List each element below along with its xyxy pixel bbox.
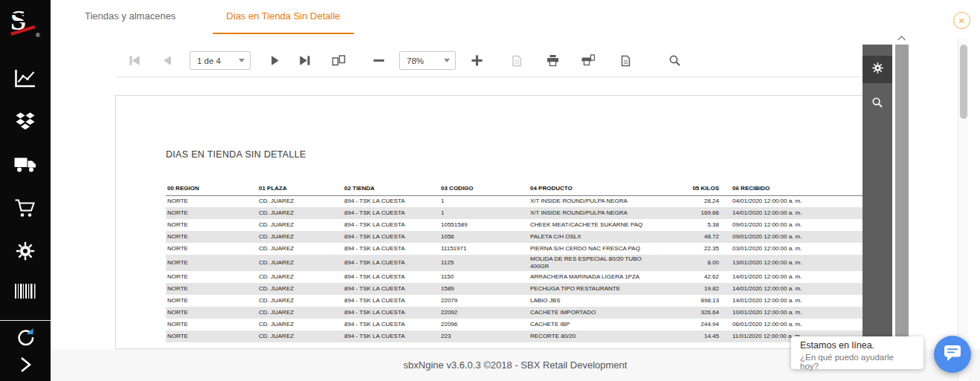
table-cell: 894 - TSK LA CUESTA (343, 330, 439, 342)
sidebar-item-expand[interactable] (17, 355, 33, 377)
table-cell: 894 - TSK LA CUESTA (343, 243, 439, 255)
table-row: NORTECD. JUAREZ894 - TSK LA CUESTA22096C… (166, 319, 863, 330)
zoom-in-button[interactable] (468, 51, 486, 71)
viewer-scrollbar-thumb[interactable] (895, 45, 909, 348)
export-document-button[interactable] (508, 51, 526, 71)
table-cell: NORTE (166, 271, 257, 283)
table-cell: 8.00 (686, 255, 721, 271)
table-cell: 1589 (439, 283, 529, 295)
table-cell: 898.13 (686, 295, 721, 307)
chat-button[interactable] (934, 336, 971, 373)
print-button[interactable] (544, 51, 561, 71)
table-cell: CHEEK MEAT/CACHETE SUKARNE PAQ (529, 219, 686, 231)
table-cell: 244.94 (686, 319, 721, 330)
table-cell: 169.66 (686, 207, 721, 219)
next-page-icon (269, 55, 280, 66)
scroll-up-caret[interactable] (897, 31, 906, 45)
parameters-button[interactable] (863, 56, 892, 83)
table-cell: 22.35 (686, 243, 721, 255)
table-cell: CD. JUAREZ (257, 219, 343, 231)
viewer-side-panel (863, 45, 892, 349)
chat-bubble-icon (944, 345, 961, 365)
table-cell: NORTE (166, 283, 257, 295)
table-cell: CD. JUAREZ (257, 307, 343, 319)
sidebar-item-settings[interactable] (15, 241, 36, 264)
report-toolbar: 1 de 4 78% (115, 45, 863, 77)
previous-page-button[interactable] (158, 51, 176, 71)
tab-dias-en-tienda-sin-detalle[interactable]: Dias en Tienda Sin Detalle (213, 0, 353, 34)
table-row: NORTECD. JUAREZ894 - TSK LA CUESTA111519… (166, 243, 863, 255)
table-cell: 14/01/2020 12:00:00 a. m. (721, 207, 863, 219)
last-page-button[interactable] (295, 51, 313, 71)
search-button[interactable] (665, 51, 683, 71)
page-scrollbar-thumb[interactable] (960, 45, 967, 119)
table-cell: 894 - TSK LA CUESTA (343, 207, 439, 219)
refresh-icon (16, 336, 36, 349)
report-table-header-row: 00 REGION01 PLAZA02 TIENDA03 CODIGO04 PR… (166, 173, 863, 195)
table-cell: CACHETE IMPORTADO (529, 307, 686, 319)
table-cell: 894 - TSK LA CUESTA (343, 219, 439, 231)
page-selector-value: 1 de 4 (197, 56, 221, 65)
next-page-button[interactable] (265, 51, 283, 71)
chat-question-text: ¿En qué puedo ayudarle hoy? (800, 353, 915, 371)
viewer-scrollbar[interactable] (895, 45, 909, 349)
close-icon: × (958, 14, 965, 27)
table-cell: 1150 (439, 271, 529, 283)
export-button[interactable] (615, 51, 639, 71)
sidebar-item-logistics[interactable] (14, 155, 37, 176)
table-cell: 5.38 (686, 219, 721, 231)
table-cell: X/T INSIDE ROUND/PULPA NEGRA (529, 207, 686, 219)
sidebar-item-barcode[interactable] (14, 283, 36, 302)
last-page-icon (299, 55, 310, 66)
table-cell: NORTE (166, 319, 257, 330)
zoom-selector[interactable]: 78% (399, 51, 456, 70)
svg-text:®: ® (36, 32, 40, 39)
tab-tiendas-y-almacenes[interactable]: Tiendas y almacenes (71, 0, 189, 34)
table-cell: NORTE (166, 255, 257, 271)
first-page-button[interactable] (126, 51, 144, 71)
print-page-icon (581, 54, 595, 67)
table-cell: 04/01/2020 12:00:00 a. m. (721, 195, 863, 207)
export-document-icon (511, 55, 523, 67)
print-icon (547, 54, 559, 67)
export-icon (620, 55, 631, 67)
search-icon (871, 97, 883, 111)
table-row: NORTECD. JUAREZ894 - TSK LA CUESTA22092C… (166, 307, 863, 319)
table-cell: 09/01/2020 12:00:00 a. m. (721, 231, 863, 243)
table-cell: 48.72 (686, 231, 721, 243)
table-cell: CD. JUAREZ (257, 330, 343, 342)
table-cell: LABIO JBS (529, 295, 686, 307)
page-selector[interactable]: 1 de 4 (190, 51, 251, 70)
table-cell: CD. JUAREZ (257, 195, 343, 207)
panel-search-button[interactable] (863, 90, 892, 117)
page-scrollbar[interactable] (958, 39, 969, 381)
shopping-cart-icon (15, 208, 36, 221)
chat-message-card[interactable]: Estamos en línea. ¿En qué puedo ayudarle… (791, 336, 923, 369)
table-cell: 326.64 (686, 307, 721, 319)
table-cell: NORTE (166, 195, 257, 207)
table-cell: 1 (439, 207, 529, 219)
table-cell: 1 (439, 195, 529, 207)
chevron-down-icon (239, 59, 245, 62)
table-cell: 28.24 (686, 195, 721, 207)
close-button[interactable]: × (953, 12, 970, 29)
table-cell: ARRACHERA MARINADA LIGERA 1PZA (529, 271, 686, 283)
zoom-out-button[interactable] (370, 51, 387, 71)
barcode-icon (14, 289, 36, 302)
report-table-body: NORTECD. JUAREZ894 - TSK LA CUESTA1X/T I… (166, 195, 863, 342)
table-cell: 223 (439, 330, 529, 342)
sidebar-item-analytics[interactable] (14, 68, 36, 91)
column-header: 04 PRODUCTO (529, 173, 686, 195)
print-page-button[interactable] (579, 51, 597, 71)
table-row: NORTECD. JUAREZ894 - TSK LA CUESTA1150AR… (166, 271, 863, 283)
sidebar-item-purchases[interactable] (15, 198, 36, 221)
sidebar-item-refresh[interactable] (16, 327, 36, 350)
table-cell: 1056 (439, 231, 529, 243)
table-cell: 14/01/2020 12:00:00 a. m. (721, 283, 863, 295)
multipage-view-button[interactable] (329, 51, 347, 71)
column-header: 00 REGION (166, 173, 257, 195)
table-row: NORTECD. JUAREZ894 - TSK LA CUESTA1X/T I… (166, 207, 863, 219)
sidebar-item-inventory[interactable] (16, 112, 36, 134)
table-cell: PIERNA S/H CERDO NAC FRESCA PAQ (529, 243, 686, 255)
table-cell: 10/01/2020 12:00:00 a. m. (721, 307, 863, 319)
